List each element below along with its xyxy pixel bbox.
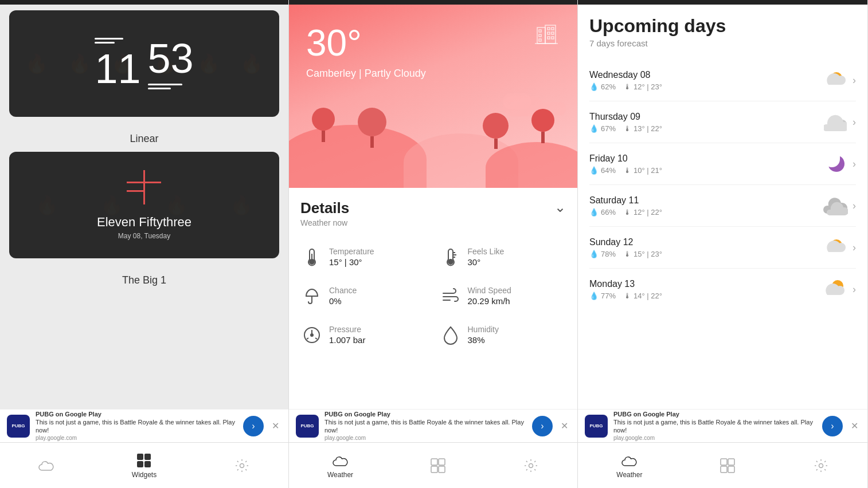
temp-val-wed: 12° | 23° [634,82,662,91]
ad-close-3[interactable]: ✕ [849,418,861,434]
cloud-icon-1 [38,458,54,474]
forecast-chevron-mon[interactable]: › [853,284,856,296]
details-collapse-button[interactable]: ⌄ [554,199,566,215]
temperature-text: Temperature 15° | 30° [329,247,374,267]
big1-horizontal-bar [127,182,161,183]
temperature-value: 15° | 30° [329,257,374,267]
temp-icon-wed: 🌡 [624,82,631,91]
linear-clock-widget[interactable]: 🔥 🔥 🔥 🔥 🔥 🔥 11 53 [9,10,279,117]
clock-hour-lines [95,38,140,44]
forecast-chevron-wed[interactable]: › [853,74,856,86]
big1-subtitle: May 08, Tuesday [97,232,191,240]
nav-weather-2[interactable]: Weather [318,448,362,483]
cloud-scene-2 [503,93,531,109]
forecast-chevron-fri[interactable]: › [853,158,856,170]
nav-settings-2[interactable] [514,453,548,478]
svg-rect-0 [137,454,143,460]
ad-text-2: PUBG on Google Play This is not just a g… [324,410,526,442]
temp-val-mon: 14° | 22° [634,292,662,300]
big1-title: Eleven Fiftythree [97,215,191,230]
clock-line-bottom [95,42,115,44]
rain-drop-icon-sun: 💧 [589,250,599,258]
forecast-temp-mon: 🌡 14° | 22° [624,292,662,300]
forecast-info-wed: Wednesday 08 💧 62% 🌡 12° | 23° [589,70,818,91]
forecast-temp-fri: 🌡 10° | 21° [624,166,662,175]
ad-banner-3: PUBG PUBG on Google Play This is not jus… [578,409,867,442]
nav-settings-3[interactable] [804,453,838,478]
svg-rect-14 [552,27,554,30]
big1-widget[interactable]: 🔥 🔥 🔥 🔥 Eleven Fiftythree May 08, Tuesda… [9,152,279,258]
temp-icon-fri: 🌡 [624,166,631,175]
forecast-icon-mon [823,277,848,302]
svg-point-25 [311,334,313,336]
nav-widgets-2[interactable] [421,453,455,478]
drop-icon [440,325,461,345]
big1-logo [127,170,161,210]
svg-rect-3 [144,461,151,467]
current-city: Camberley | Partly Cloudy [306,68,426,80]
clock-hour-value: 11 [95,46,140,92]
ad-cta-button-3[interactable]: › [822,416,843,436]
forecast-chevron-thu[interactable]: › [853,116,856,128]
big1-inner: Eleven Fiftythree May 08, Tuesday [97,170,191,240]
nav-widgets-1[interactable]: Widgets [123,448,166,483]
wind-text: Wind Speed 20.29 km/h [468,286,511,306]
ad-cta-button-1[interactable]: › [243,416,264,436]
detail-humidity: Humidity 38% [433,316,572,355]
svg-rect-1 [144,454,151,460]
weather-icon-2 [333,452,349,469]
nav-settings-1[interactable] [225,453,259,478]
ad-brand-2: PUBG on Google Play [324,410,526,418]
forecast-day-mon: Monday 13 [589,279,818,289]
svg-line-27 [307,338,308,339]
forecast-rain-sat: 💧 66% [589,208,616,217]
clock-minute-group: 53 [148,38,194,89]
humidity-label: Humidity [468,325,499,334]
details-subtitle: Weather now [300,218,349,227]
forecast-info-thu: Thursday 09 💧 67% 🌡 13° | 22° [589,112,818,133]
ad-cta-button-2[interactable]: › [532,416,553,436]
forecast-row-thu: Thursday 09 💧 67% 🌡 13° | 22° [589,101,856,143]
upcoming-subtitle: 7 days forecast [589,38,856,48]
details-header: Details Weather now ⌄ [289,188,577,232]
nav-weather-label-2: Weather [327,471,353,479]
rain-pct-fri: 64% [601,166,616,175]
temp-val-fri: 10° | 21° [634,166,662,175]
nav-weather-3[interactable]: Weather [607,448,651,483]
svg-rect-30 [439,459,445,465]
panel-weather: 30° Camberley | Partly Cloudy [289,0,578,488]
detail-temperature: Temperature 15° | 30° [295,238,433,277]
detail-pressure: Pressure 1.007 bar [295,316,433,355]
rain-drop-icon-mon: 💧 [589,292,599,300]
clock-hour-group: 11 [95,38,140,89]
forecast-icon-thu [823,109,848,135]
chance-text: Chance 0% [329,286,357,306]
nav-cloud-1[interactable] [29,453,64,478]
svg-rect-12 [548,32,550,34]
ad-logo-2: PUBG [296,415,319,438]
svg-rect-38 [728,459,734,465]
pressure-value: 1.007 bar [329,335,365,345]
forecast-chevron-sat[interactable]: › [853,200,856,212]
ad-text-3: PUBG on Google Play This is not just a g… [613,410,816,442]
ad-close-2[interactable]: ✕ [558,418,570,434]
forecast-chevron-sun[interactable]: › [853,242,856,254]
clock-min-line-bottom [148,88,171,89]
forecast-day-fri: Friday 10 [589,154,818,164]
forecast-icon-sun [823,235,848,260]
clock-min-line-top [148,84,182,85]
forecast-meta-thu: 💧 67% 🌡 13° | 22° [589,124,818,133]
tree-2 [358,108,386,148]
nav-widgets-3[interactable] [710,453,745,478]
settings-icon-3 [813,458,829,474]
chance-label: Chance [329,286,357,295]
ad-close-1[interactable]: ✕ [269,418,281,434]
rain-drop-icon-wed: 💧 [589,82,599,91]
humidity-text: Humidity 38% [468,325,499,345]
details-grid: Temperature 15° | 30° [289,232,577,366]
forecast-rain-thu: 💧 67% [589,124,616,133]
top-bar-2 [289,0,577,5]
forecast-meta-wed: 💧 62% 🌡 12° | 23° [589,82,818,91]
temp-icon-mon: 🌡 [624,292,631,300]
temp-val-sat: 12° | 22° [634,208,662,217]
